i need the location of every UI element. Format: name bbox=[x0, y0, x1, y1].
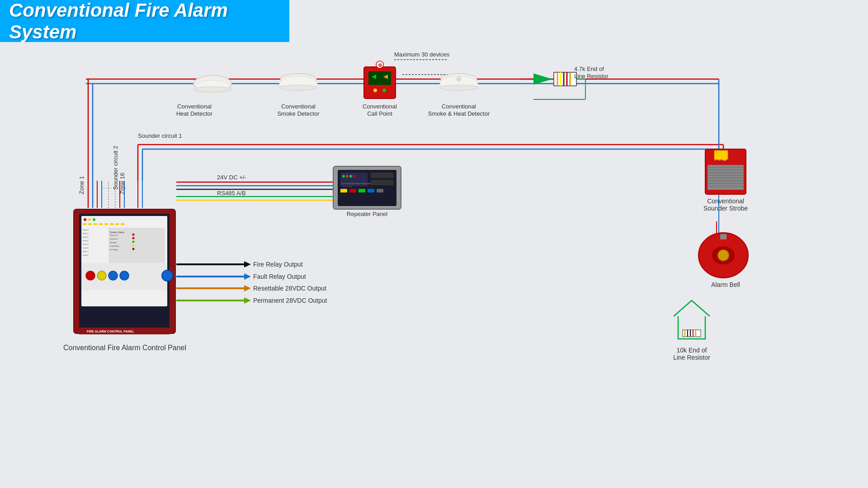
smoke-detector-label: Conventional bbox=[281, 103, 316, 110]
fire-relay-label: Fire Relay Output bbox=[253, 261, 303, 268]
sounder-circuit2-label: Sounder circuit 2 bbox=[112, 145, 119, 190]
header: Conventional Fire Alarm System bbox=[0, 0, 289, 42]
zone1-label: Zone 1 bbox=[78, 176, 85, 194]
svg-text:Smoke & Heat Detector: Smoke & Heat Detector bbox=[428, 110, 490, 117]
permanent-label: Permanent 28VDC Output bbox=[253, 297, 327, 304]
svg-marker-48 bbox=[244, 273, 251, 280]
eol-resistor-bottom bbox=[674, 298, 719, 343]
fault-relay-label: Fault Relay Output bbox=[253, 273, 306, 280]
control-panel-label: Conventional Fire Alarm Control Panel bbox=[63, 344, 186, 352]
sounder-strobe-label: Conventional bbox=[707, 197, 744, 205]
page-title: Conventional Fire Alarm System bbox=[9, 0, 280, 43]
fire-alarm-control-panel bbox=[74, 209, 175, 333]
eol-bottom-label: 10k End of bbox=[677, 347, 707, 354]
svg-marker-50 bbox=[244, 285, 251, 291]
sounder-circuit1-label: Sounder circuit 1 bbox=[138, 132, 182, 139]
svg-marker-52 bbox=[244, 297, 251, 304]
repeater-panel bbox=[333, 166, 403, 211]
svg-text:Heat Detector: Heat Detector bbox=[176, 110, 213, 117]
smoke-detector bbox=[280, 63, 321, 99]
zone16-label: Zone 16 bbox=[119, 173, 126, 194]
max-devices-label: Maximum 30 devices bbox=[394, 51, 450, 58]
eol-resistor-top bbox=[552, 70, 588, 88]
smoke-heat-label: Conventional bbox=[442, 103, 476, 110]
call-point bbox=[364, 67, 398, 101]
rs485-label: RS485 A/B bbox=[217, 190, 246, 197]
dc-power-label: 24V DC +/- bbox=[217, 174, 246, 181]
repeater-panel-label: Repeater Panel bbox=[347, 211, 387, 217]
svg-text:Smoke Detector: Smoke Detector bbox=[277, 110, 320, 117]
heat-detector bbox=[194, 63, 235, 99]
sounder-strobe bbox=[703, 147, 748, 197]
svg-text:· · · · · · ·: · · · · · · · bbox=[103, 184, 126, 191]
svg-text:Sounder Strobe: Sounder Strobe bbox=[703, 205, 748, 212]
resettable-label: Resettable 28VDC Output bbox=[253, 285, 326, 292]
heat-detector-label: Conventional bbox=[177, 103, 212, 110]
svg-marker-46 bbox=[244, 261, 251, 267]
smoke-heat-detector bbox=[441, 66, 481, 102]
svg-text:Line Resistor: Line Resistor bbox=[673, 354, 710, 361]
call-point-label: Conventional bbox=[363, 103, 397, 110]
svg-text:Call Point: Call Point bbox=[367, 110, 392, 117]
alarm-bell bbox=[696, 230, 750, 282]
